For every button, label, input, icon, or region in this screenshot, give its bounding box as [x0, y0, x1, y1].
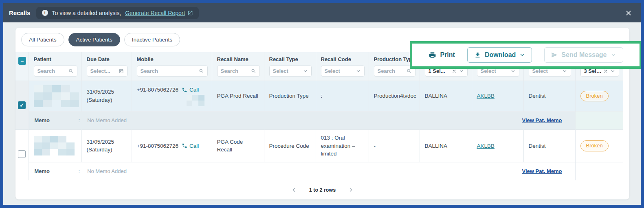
due-date-select[interactable]: Select... — [87, 66, 127, 77]
provider-link[interactable]: AKLBB — [477, 93, 495, 99]
clear-icon[interactable] — [452, 69, 457, 74]
search-icon — [199, 68, 204, 74]
actions-highlight-box: Print Download Send Message — [410, 41, 641, 69]
status-cell: Broken — [575, 130, 623, 162]
page-title: Recalls — [9, 9, 31, 16]
chevron-down-icon — [459, 68, 464, 74]
search-icon — [407, 68, 412, 74]
mobile-number: +91-8075062726 — [137, 86, 178, 94]
call-link[interactable]: Call — [182, 142, 199, 150]
send-message-label: Send Message — [561, 51, 607, 59]
phone-icon — [182, 143, 187, 149]
production-type-cell: Production4tvdoc — [369, 81, 420, 112]
recall-code-cell: 013 : Oral examination – limited — [316, 130, 369, 162]
patient-search-input[interactable]: Search — [34, 66, 77, 77]
send-message-button[interactable]: Send Message — [544, 47, 623, 63]
recall-type-cell: Procedure Code — [264, 130, 316, 162]
status-badge: Broken — [580, 140, 609, 151]
col-due-date: Due Date Select... — [81, 52, 132, 81]
memo-row: Memo : No Memo Added View Pat. Memo — [15, 162, 623, 180]
production-type-cell: - — [369, 130, 420, 162]
chevron-right-icon — [348, 187, 354, 193]
select-all-checkbox[interactable]: – — [18, 57, 26, 65]
browser-frame: Recalls i To view a detailed analysis, G… — [0, 0, 644, 208]
download-label: Download — [485, 51, 516, 59]
patient-cell — [29, 81, 81, 112]
info-text: To view a detailed analysis, — [52, 10, 121, 16]
location-cell: BALLINA — [420, 130, 472, 162]
mobile-number: +91-8075062726 — [137, 142, 178, 150]
print-button[interactable]: Print — [429, 51, 455, 59]
search-icon — [68, 68, 74, 74]
recall-name-cell: PGA Code Recall — [212, 130, 264, 162]
status-cell: Broken — [575, 81, 623, 112]
recall-type-cell: Production Type — [264, 81, 316, 112]
memo-value: No Memo Added — [87, 117, 127, 125]
download-button[interactable]: Download — [467, 47, 532, 63]
printer-icon — [429, 51, 436, 59]
provider-cell: AKLBB — [472, 130, 523, 162]
chevron-down-icon — [519, 52, 525, 58]
provider-cell: AKLBB — [472, 81, 523, 112]
clear-icon[interactable] — [603, 69, 608, 74]
close-icon — [625, 10, 632, 16]
tab-active-patients[interactable]: Active Patients — [68, 33, 120, 46]
redacted-patient-name — [34, 85, 79, 107]
print-label: Print — [440, 51, 455, 59]
memo-value: No Memo Added — [87, 168, 127, 175]
phone-icon — [182, 87, 187, 93]
pagination-prev-button[interactable] — [291, 187, 297, 193]
col-recall-code: Recall Code Select — [316, 52, 369, 81]
recall-type-select[interactable]: Select — [269, 66, 312, 77]
production-type-search-input[interactable]: Search — [374, 66, 415, 77]
pagination-label: 1 to 2 rows — [309, 187, 336, 193]
provider-type-cell: Dentist — [523, 81, 575, 112]
row-checkbox-unchecked[interactable] — [18, 150, 26, 158]
col-patient: Patient Search — [29, 52, 81, 81]
table-row: ✓ 31/05/2025 (Saturday) +91-8075062726 C… — [15, 81, 623, 112]
chevron-down-icon — [303, 68, 308, 74]
info-icon: i — [42, 10, 48, 16]
chevron-down-icon — [610, 68, 615, 74]
mobile-cell: +91-8075062726 Call — [132, 130, 212, 162]
view-patient-memo-link[interactable]: View Pat. Memo — [522, 168, 562, 175]
recall-code-cell: : — [316, 81, 369, 112]
redacted-text — [187, 95, 204, 106]
pagination-next-button[interactable] — [348, 187, 354, 193]
location-cell: BALLINA — [420, 81, 472, 112]
view-patient-memo-link[interactable]: View Pat. Memo — [522, 117, 562, 125]
memo-label: Memo — [35, 117, 79, 125]
row-checkbox-checked[interactable]: ✓ — [18, 101, 26, 109]
mobile-cell: +91-8075062726 Call — [132, 81, 212, 112]
memo-row: Memo : No Memo Added View Pat. Memo — [15, 112, 623, 130]
redacted-patient-name — [34, 136, 75, 155]
recall-name-search-input[interactable]: Search — [217, 66, 260, 77]
tab-all-patients[interactable]: All Patients — [21, 33, 64, 46]
close-button[interactable] — [625, 10, 632, 16]
chevron-down-icon — [611, 52, 616, 58]
chevron-down-icon — [510, 68, 516, 74]
send-icon — [551, 52, 558, 58]
download-icon — [474, 52, 481, 59]
calendar-icon — [119, 68, 124, 74]
chevron-down-icon — [356, 68, 361, 74]
patient-cell — [29, 130, 81, 162]
recalls-table: – Patient Search Due Date — [15, 52, 623, 180]
memo-label: Memo — [35, 168, 79, 175]
recall-code-select[interactable]: Select — [321, 66, 365, 77]
provider-link[interactable]: AKLBB — [477, 143, 495, 149]
col-mobile: Mobile Search — [132, 52, 212, 81]
due-date-cell: 31/05/2025 (Saturday) — [81, 81, 132, 112]
modal-titlebar: Recalls i To view a detailed analysis, G… — [3, 3, 641, 22]
col-recall-name: Recall Name Search — [212, 52, 264, 81]
chevron-down-icon — [562, 68, 567, 74]
generate-recall-report-link[interactable]: Generate Recall Report — [125, 10, 193, 16]
call-link[interactable]: Call — [182, 86, 199, 94]
table-row: 31/05/2025 (Saturday) +91-8075062726 Cal… — [15, 130, 623, 162]
tab-inactive-patients[interactable]: Inactive Patients — [124, 33, 180, 46]
info-banner: i To view a detailed analysis, Generate … — [36, 7, 199, 19]
search-icon — [251, 68, 256, 74]
provider-type-cell: Dentist — [523, 130, 575, 162]
mobile-search-input[interactable]: Search — [137, 66, 208, 77]
recalls-modal: Recalls i To view a detailed analysis, G… — [3, 3, 641, 205]
